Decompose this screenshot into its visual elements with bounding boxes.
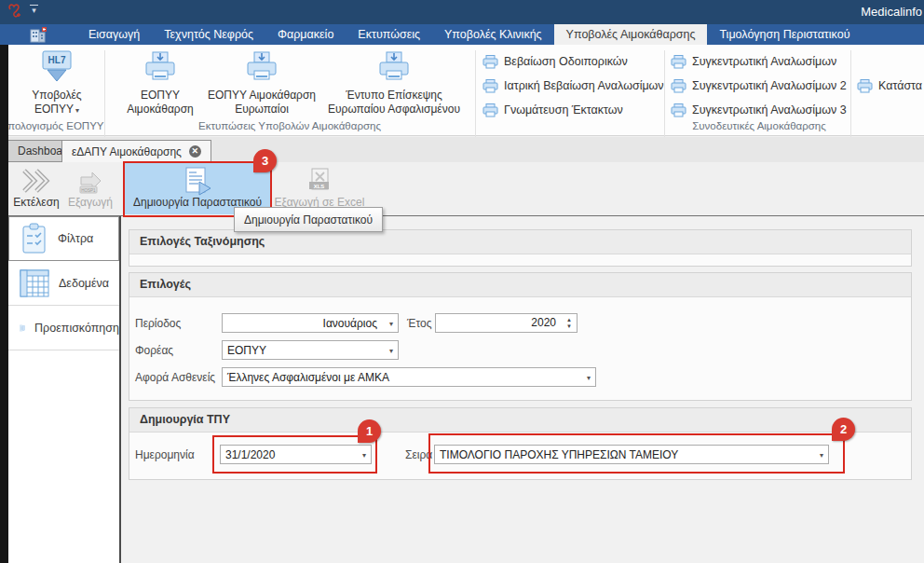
svg-text:HL7: HL7 — [48, 55, 66, 65]
iatriki-vevaiosi-button[interactable]: Ιατρική Βεβαίωση Αναλωσίμων — [482, 76, 664, 95]
window-title: Medicalinfo — [861, 5, 922, 19]
create-tpy-header[interactable]: Δημιουργία ΤΠΥ — [129, 408, 911, 433]
carrier-value: ΕΟΠΥΥ — [227, 344, 266, 357]
dropdown-arrow-icon[interactable]: ▾ — [587, 373, 591, 381]
create-tpy-panel: Δημιουργία ΤΠΥ — [129, 407, 912, 480]
app-logo-icon — [4, 1, 26, 23]
sidebar-item-proepiskopisi[interactable]: Προεπισκόπηση — [8, 306, 119, 350]
group-caption-ektyposeis: Εκτυπώσεις Υποβολών Αιμοκάθαρσης — [104, 120, 475, 131]
tab-ypovoles-aimokatharsis[interactable]: Υποβολές Αιμοκάθαρσης — [554, 24, 708, 45]
hospital-building-icon — [29, 26, 48, 44]
export-button-disabled[interactable]: HOSP1 Εξαγωγή — [61, 163, 120, 214]
tab-farmakeio[interactable]: Φαρμακείο — [265, 24, 346, 45]
dropdown-arrow-icon[interactable]: ▾ — [389, 346, 393, 354]
tab-texnitos-nefros[interactable]: Τεχνητός Νεφρός — [152, 24, 265, 45]
quick-access-toolbar-icon[interactable]: ▾ — [30, 5, 38, 14]
options-header[interactable]: Επιλογές — [129, 273, 911, 297]
series-combobox[interactable]: ΤΙΜΟΛΟΓΙΟ ΠΑΡΟΧΗΣ ΥΠΗΡΕΣΙΩΝ ΤΑΜΕΙΟΥ ▾ — [434, 445, 829, 464]
eopyy-aimokatharsi-button[interactable]: ΕΟΠΥΥ Αιμοκάθαρση — [112, 49, 209, 117]
sygkentrotiki-analosimon-button[interactable]: Συγκεντρωτική Αναλωσίμων — [671, 52, 836, 71]
data-grid-icon — [20, 269, 49, 297]
sidebar-item-dedomena[interactable]: Δεδομένα — [8, 261, 119, 306]
tooltip-text: Δημιουργία Παραστατικού — [244, 213, 373, 227]
carrier-label: Φορέας — [135, 344, 173, 357]
export-arrow-icon: HOSP1 — [75, 166, 105, 196]
dropdown-arrow-icon[interactable]: ▾ — [820, 450, 823, 459]
xls-icon: XLS — [306, 166, 333, 196]
ribbon-body: HL7 Υποβολές ΕΟΠΥΥ▾ Υπολογισμός ΕΟΠΥΥ ΕΟ… — [0, 45, 924, 136]
create-document-icon — [182, 166, 213, 196]
series-label: Σειρά — [405, 448, 432, 461]
sygkentrotiki-analosimon-3-label: Συγκεντρωτική Αναλωσίμων 3 — [692, 103, 847, 117]
spin-up-icon[interactable]: ▲ — [562, 317, 577, 323]
application-button[interactable] — [0, 24, 76, 45]
printer-small-icon — [671, 55, 686, 69]
execute-button[interactable]: Εκτέλεση — [12, 163, 61, 214]
tab-ektyposeis[interactable]: Εκτυπώσεις — [346, 24, 432, 45]
tab-edapy-label: εΔΑΠΥ Αιμοκάθαρσης — [72, 145, 182, 158]
printer-small-icon — [482, 103, 498, 117]
vevaiosi-odoiporikon-button[interactable]: Βεβαίωση Οδοιπορικών — [482, 52, 628, 71]
year-value: 2020 — [436, 314, 562, 332]
ypovoles-eopyy-label: Υποβολές ΕΟΠΥΥ — [32, 89, 81, 116]
svg-text:XLS: XLS — [314, 184, 325, 189]
eopyy-aimokatharsi-europaioi-button[interactable]: ΕΟΠΥΥ Αιμοκάθαρση Ευρωπαίοι — [207, 49, 317, 117]
carrier-combobox[interactable]: ΕΟΠΥΥ ▾ — [222, 340, 399, 360]
period-label: Περίοδος — [135, 317, 181, 330]
date-label: Ημερομηνία — [135, 448, 195, 461]
dropdown-arrow-icon[interactable]: ▾ — [389, 319, 393, 327]
toolbar: Εκτέλεση HOSP1 Εξαγωγή Δημιουργία Παραστ… — [8, 162, 924, 215]
patients-combobox[interactable]: Έλληνες Ασφαλισμένοι με ΑΜΚΑ ▾ — [222, 367, 596, 387]
annotation-badge-3: 3 — [253, 149, 277, 172]
printer-small-icon — [671, 79, 686, 93]
sidebar-item-dedomena-label: Δεδομένα — [59, 277, 109, 290]
title-bar: ▾ Medicalinfo — [0, 0, 924, 24]
sort-options-header[interactable]: Επιλογές Ταξινόμησης — [129, 230, 911, 254]
year-spinedit[interactable]: 2020 ▲▼ — [435, 313, 578, 333]
printer-icon — [143, 49, 178, 85]
katastasi-button[interactable]: Κατάστα — [857, 76, 922, 95]
printer-icon — [244, 49, 279, 85]
hl7-icon: HL7 — [36, 49, 77, 85]
dropdown-caret-icon: ▾ — [75, 106, 79, 115]
document-tab-strip: Dashboard εΔΑΠΥ Αιμοκάθαρσης ✕ — [0, 137, 924, 162]
spinner-buttons[interactable]: ▲▼ — [562, 314, 577, 332]
sygkentrotiki-analosimon-3-button[interactable]: Συγκεντρωτική Αναλωσίμων 3 — [671, 101, 847, 119]
dropdown-arrow-icon[interactable]: ▾ — [362, 450, 366, 459]
sygkentrotiki-analosimon-2-label: Συγκεντρωτική Αναλωσίμων 2 — [692, 79, 847, 92]
double-chevron-icon — [20, 166, 52, 196]
group-caption-ypologismos-eopyy: Υπολογισμός ΕΟΠΥΥ — [0, 120, 108, 131]
period-combobox[interactable]: Ιανουάριος ▾ — [222, 313, 399, 333]
window-edge — [0, 45, 8, 563]
sort-options-panel: Επιλογές Ταξινόμησης — [129, 229, 912, 267]
svg-text:HOSP1: HOSP1 — [81, 188, 96, 193]
execute-label: Εκτέλεση — [13, 196, 60, 209]
export-label: Εξαγωγή — [68, 196, 113, 209]
tooltip: Δημιουργία Παραστατικού — [234, 207, 383, 232]
tab-edapy-aimokatharsis[interactable]: εΔΑΠΥ Αιμοκάθαρσης ✕ — [61, 140, 211, 162]
gnomatefsi-ektakton-label: Γνωμάτευση Έκτακτων — [504, 103, 623, 117]
sygkentrotiki-analosimon-label: Συγκεντρωτική Αναλωσίμων — [692, 55, 836, 68]
sygkentrotiki-analosimon-2-button[interactable]: Συγκεντρωτική Αναλωσίμων 2 — [671, 76, 847, 95]
katastasi-label: Κατάστα — [878, 79, 922, 92]
ypovoles-eopyy-button[interactable]: HL7 Υποβολές ΕΟΠΥΥ▾ — [13, 49, 101, 117]
printer-small-icon — [482, 79, 498, 93]
series-value: ΤΙΜΟΛΟΓΙΟ ΠΑΡΟΧΗΣ ΥΠΗΡΕΣΙΩΝ ΤΑΜΕΙΟΥ — [440, 448, 678, 461]
tab-ypovoles-klinikis[interactable]: Υποβολές Κλινικής — [432, 24, 554, 45]
entypo-episkepsis-button[interactable]: Έντυπο Επίσκεψης Ευρωπαίου Ασφαλισμένου — [320, 49, 468, 117]
tab-timologisi-peristatikou[interactable]: Τιμολόγηση Περιστατικού — [707, 24, 862, 45]
sidebar-item-proepiskopisi-label: Προεπισκόπηση — [34, 322, 119, 335]
eopyy-aimokatharsi-europaioi-label: ΕΟΠΥΥ Αιμοκάθαρση Ευρωπαίοι — [207, 89, 317, 117]
printer-small-icon — [857, 79, 873, 93]
printer-small-icon — [671, 103, 686, 117]
gnomatefsi-ektakton-button[interactable]: Γνωμάτευση Έκτακτων — [482, 101, 623, 119]
spin-down-icon[interactable]: ▼ — [562, 323, 577, 330]
printer-small-icon — [482, 55, 498, 69]
entypo-episkepsis-label: Έντυπο Επίσκεψης Ευρωπαίου Ασφαλισμένου — [320, 89, 468, 117]
tab-eisagogi[interactable]: Εισαγωγή — [76, 24, 152, 45]
close-tab-icon[interactable]: ✕ — [189, 145, 201, 158]
sidebar-item-filtra[interactable]: Φίλτρα — [8, 216, 119, 261]
date-value: 31/1/2020 — [225, 448, 275, 461]
date-combobox[interactable]: 31/1/2020 ▾ — [220, 445, 372, 464]
sidebar: Φίλτρα Δεδομένα Προεπισκόπηση — [8, 216, 121, 563]
